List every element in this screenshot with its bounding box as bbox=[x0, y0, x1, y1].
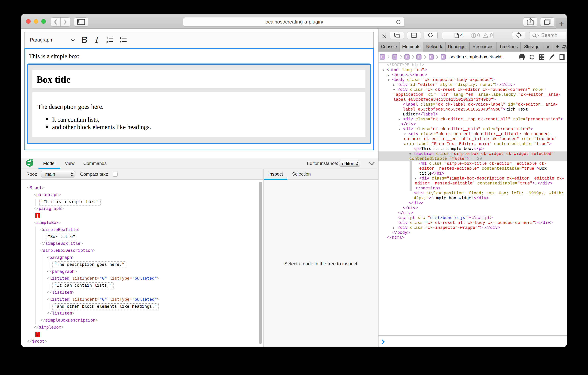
svg-text:2: 2 bbox=[106, 40, 108, 44]
svg-text:1: 1 bbox=[106, 37, 108, 40]
svg-text:5: 5 bbox=[32, 159, 32, 162]
